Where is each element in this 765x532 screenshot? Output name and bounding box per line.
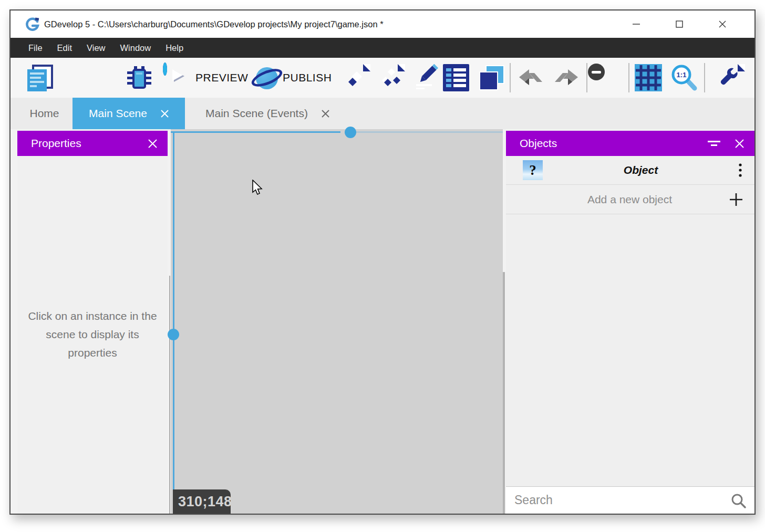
objects-search-bar bbox=[506, 486, 754, 514]
tab-home-label: Home bbox=[29, 107, 59, 120]
play-icon[interactable] bbox=[163, 62, 167, 76]
zoom-ratio-label: 1:1 bbox=[677, 71, 687, 79]
layers-icon[interactable] bbox=[478, 64, 505, 91]
tab-home[interactable]: Home bbox=[16, 98, 73, 129]
minimize-button[interactable] bbox=[624, 11, 648, 38]
toolbar: PREVIEW PUBLISH bbox=[11, 58, 754, 98]
properties-title: Properties bbox=[17, 137, 81, 150]
objects-title: Objects bbox=[506, 137, 557, 150]
app-window: GDevelop 5 - C:\Users\charburg\Documents… bbox=[9, 9, 756, 515]
menu-view[interactable]: View bbox=[79, 38, 112, 58]
tab-main-scene[interactable]: Main Scene bbox=[73, 98, 185, 129]
window-title: GDevelop 5 - C:\Users\charburg\Documents… bbox=[44, 11, 384, 38]
publish-button[interactable]: PUBLISH bbox=[283, 58, 332, 98]
zoom-reset-icon[interactable]: 1:1 bbox=[670, 64, 699, 92]
tab-main-scene-label: Main Scene bbox=[89, 107, 147, 120]
menu-bar: File Edit View Window Help bbox=[11, 38, 754, 58]
filter-icon[interactable] bbox=[708, 140, 720, 147]
main-content: Properties Click on an instance in the s… bbox=[11, 129, 754, 514]
canvas-left-scrollbar[interactable] bbox=[169, 276, 170, 514]
tab-main-scene-events-label: Main Scene (Events) bbox=[205, 107, 308, 120]
toolbar-separator bbox=[510, 63, 511, 92]
properties-panel: Properties Click on an instance in the s… bbox=[17, 131, 168, 514]
debug-icon[interactable] bbox=[126, 65, 152, 91]
events-sheet-icon[interactable] bbox=[443, 64, 469, 91]
editor-tab-bar: Home Main Scene Main Scene (Events) bbox=[11, 98, 754, 129]
game-window-border-left bbox=[173, 131, 174, 514]
object-question-icon: ? bbox=[523, 160, 543, 180]
game-window-border-top-right bbox=[351, 131, 503, 133]
tab-close-icon[interactable] bbox=[322, 110, 329, 118]
preview-button[interactable]: PREVIEW bbox=[195, 58, 248, 98]
toolbar-separator bbox=[704, 63, 705, 92]
plus-icon[interactable] bbox=[729, 193, 743, 206]
border-handle-left[interactable] bbox=[168, 329, 179, 340]
toolbar-separator bbox=[628, 63, 629, 92]
close-window-button[interactable] bbox=[710, 11, 735, 38]
canvas-right-scrollbar[interactable] bbox=[503, 272, 505, 514]
menu-window[interactable]: Window bbox=[113, 38, 159, 58]
border-handle-top[interactable] bbox=[345, 127, 356, 138]
toolbar-separator bbox=[586, 63, 587, 92]
objects-panel: Objects ? Object Add a new object bbox=[506, 131, 754, 514]
undo-icon[interactable] bbox=[518, 69, 543, 88]
search-input[interactable] bbox=[514, 487, 714, 514]
properties-body: Click on an instance in the scene to dis… bbox=[17, 156, 168, 514]
grid-toggle-icon[interactable] bbox=[635, 64, 662, 91]
menu-help[interactable]: Help bbox=[158, 38, 191, 58]
menu-edit[interactable]: Edit bbox=[50, 38, 79, 58]
object-menu-icon[interactable] bbox=[739, 163, 742, 177]
redo-icon[interactable] bbox=[554, 69, 579, 88]
mask-toggle-icon[interactable] bbox=[598, 65, 601, 77]
properties-empty-message: Click on an instance in the scene to dis… bbox=[24, 307, 161, 362]
add-object-row[interactable]: Add a new object bbox=[506, 185, 754, 214]
gdevelop-logo-icon bbox=[24, 17, 40, 32]
object-name: Object bbox=[543, 164, 739, 176]
game-window-border-top bbox=[171, 131, 340, 133]
cursor-coordinates-badge: 310;148 bbox=[173, 489, 231, 514]
menu-file[interactable]: File bbox=[21, 38, 50, 58]
tab-close-icon[interactable] bbox=[161, 110, 169, 118]
mouse-cursor bbox=[252, 180, 264, 195]
search-icon[interactable] bbox=[730, 493, 746, 509]
project-manager-icon[interactable] bbox=[25, 65, 54, 92]
objects-header: Objects bbox=[506, 131, 754, 156]
close-panel-icon[interactable] bbox=[735, 139, 744, 148]
object-list-item[interactable]: ? Object bbox=[506, 156, 754, 185]
close-panel-icon[interactable] bbox=[148, 139, 157, 148]
properties-header: Properties bbox=[17, 131, 168, 156]
scene-canvas[interactable]: 310;148 bbox=[171, 129, 503, 514]
title-bar: GDevelop 5 - C:\Users\charburg\Documents… bbox=[11, 11, 754, 38]
tab-main-scene-events[interactable]: Main Scene (Events) bbox=[185, 98, 350, 129]
maximize-button[interactable] bbox=[667, 11, 691, 38]
add-object-label: Add a new object bbox=[530, 193, 729, 206]
play-triangle bbox=[172, 69, 183, 81]
